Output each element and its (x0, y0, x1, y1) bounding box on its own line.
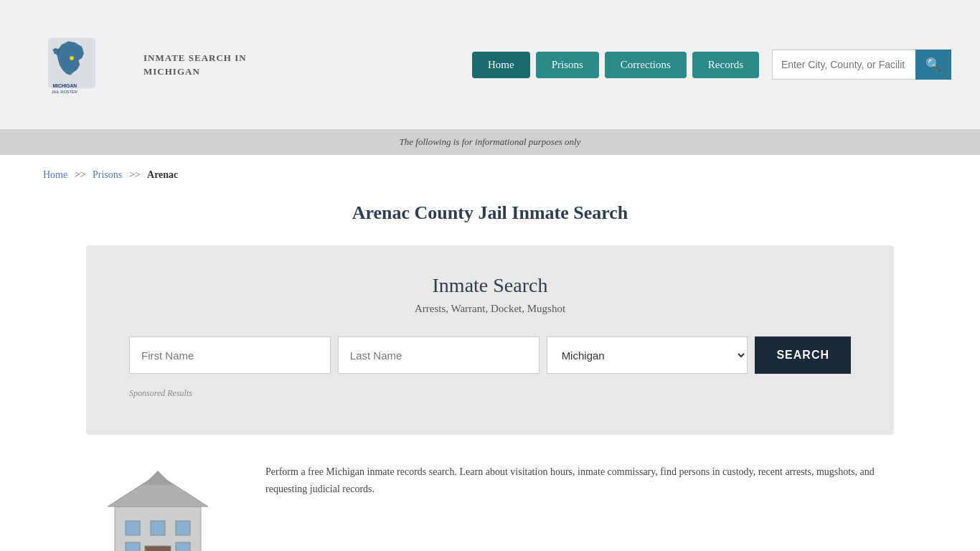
header: MICHIGAN JAIL ROSTER INMATE SEARCH IN MI… (0, 0, 980, 129)
bottom-description: Perform a free Michigan inmate records s… (265, 463, 894, 498)
breadcrumb-sep2: >> (129, 169, 141, 180)
header-search-bar: 🔍 (772, 50, 951, 80)
svg-text:JAIL ROSTER: JAIL ROSTER (52, 90, 77, 94)
building-illustration (86, 463, 230, 551)
page-title: Arenac County Jail Inmate Search (0, 202, 980, 224)
info-banner: The following is for informational purpo… (0, 129, 980, 155)
svg-marker-6 (143, 471, 172, 485)
nav-home-button[interactable]: Home (472, 52, 530, 78)
svg-rect-8 (151, 521, 165, 535)
breadcrumb-prisons-link[interactable]: Prisons (93, 169, 122, 180)
search-box-title: Inmate Search (129, 274, 851, 297)
nav-corrections-button[interactable]: Corrections (605, 52, 687, 78)
nav-area: Home Prisons Corrections Records 🔍 (472, 50, 951, 80)
breadcrumb-current: Arenac (147, 169, 178, 180)
search-box-subtitle: Arrests, Warrant, Docket, Mugshot (129, 303, 851, 315)
breadcrumb-home-link[interactable]: Home (43, 169, 67, 180)
svg-rect-9 (176, 521, 190, 535)
header-search-input[interactable] (772, 50, 915, 80)
svg-point-1 (70, 56, 74, 60)
first-name-input[interactable] (129, 336, 331, 374)
building-svg (93, 463, 222, 551)
svg-rect-7 (126, 521, 140, 535)
bottom-section: Perform a free Michigan inmate records s… (0, 435, 980, 551)
nav-prisons-button[interactable]: Prisons (536, 52, 599, 78)
search-container: Inmate Search Arrests, Warrant, Docket, … (86, 245, 894, 435)
sponsored-label: Sponsored Results (129, 388, 851, 399)
michigan-map-icon: MICHIGAN JAIL ROSTER (43, 34, 100, 95)
breadcrumb: Home >> Prisons >> Arenac (0, 155, 980, 195)
header-search-button[interactable]: 🔍 (915, 50, 951, 80)
breadcrumb-sep1: >> (75, 169, 86, 180)
nav-records-button[interactable]: Records (692, 52, 759, 78)
search-form: MichiganAlabamaAlaskaArizonaArkansasCali… (129, 336, 851, 374)
svg-rect-10 (126, 542, 140, 551)
svg-text:MICHIGAN: MICHIGAN (53, 83, 77, 88)
site-title: INMATE SEARCH IN MICHIGAN (136, 51, 247, 79)
last-name-input[interactable] (338, 336, 540, 374)
search-button[interactable]: SEARCH (755, 336, 851, 374)
svg-rect-11 (176, 542, 190, 551)
logo-area: MICHIGAN JAIL ROSTER (29, 34, 115, 95)
svg-rect-12 (145, 546, 171, 551)
state-select[interactable]: MichiganAlabamaAlaskaArizonaArkansasCali… (547, 336, 748, 374)
